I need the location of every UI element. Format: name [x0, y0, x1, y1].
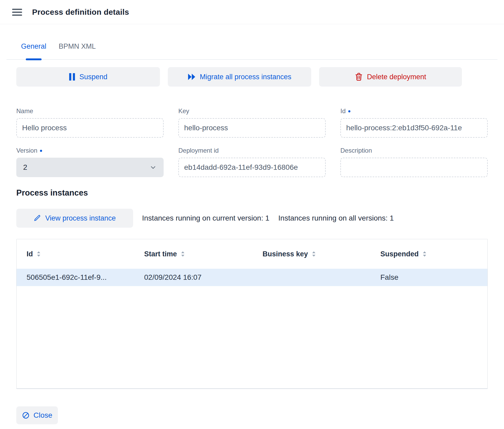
action-button-row: Suspend Migrate all process instances — [16, 67, 504, 87]
deployment-id-label: Deployment id — [178, 147, 326, 154]
deployment-id-field[interactable] — [178, 158, 326, 177]
sort-icon — [312, 251, 316, 257]
migrate-all-button-label: Migrate all process instances — [200, 73, 291, 81]
delete-deployment-button-label: Delete deployment — [367, 73, 426, 81]
view-process-instance-button[interactable]: View process instance — [16, 209, 133, 228]
process-instances-heading: Process instances — [16, 188, 504, 198]
menu-button[interactable] — [12, 8, 22, 16]
active-tab-indicator — [26, 58, 42, 60]
suspend-button[interactable]: Suspend — [16, 67, 160, 87]
column-header-business-key[interactable]: Business key — [253, 250, 370, 258]
id-label: Id — [340, 107, 488, 115]
sort-icon — [422, 251, 427, 257]
close-button[interactable]: Close — [16, 406, 58, 424]
page-title: Process definition details — [32, 8, 129, 17]
version-field-group: Version 2 — [16, 147, 164, 177]
suspend-button-label: Suspend — [79, 73, 108, 81]
name-field[interactable] — [16, 118, 164, 138]
process-definition-details-page: Process definition details General BPMN … — [0, 0, 504, 424]
instances-current-version-count: Instances running on current version: 1 — [142, 214, 269, 222]
top-bar: Process definition details — [0, 0, 504, 24]
description-field-group: Description — [340, 147, 488, 177]
sort-icon — [181, 251, 185, 257]
tab-bar: General BPMN XML — [7, 24, 497, 60]
tab-bpmn-xml[interactable]: BPMN XML — [59, 42, 96, 59]
required-indicator — [40, 150, 42, 152]
description-field[interactable] — [340, 158, 488, 177]
table-row[interactable]: 506505e1-692c-11ef-9... 02/09/2024 16:07… — [17, 269, 487, 286]
tab-general[interactable]: General — [21, 42, 46, 59]
instances-all-versions-count: Instances running on all versions: 1 — [278, 214, 394, 222]
version-label: Version — [16, 147, 164, 154]
cell-suspended: False — [370, 273, 487, 282]
description-label: Description — [340, 147, 488, 154]
cell-start-time: 02/09/2024 16:07 — [134, 273, 253, 282]
required-indicator — [348, 110, 350, 112]
fast-forward-icon — [188, 73, 195, 81]
chevron-down-icon — [149, 164, 157, 171]
id-field-group: Id — [340, 107, 488, 138]
view-process-instance-label: View process instance — [45, 214, 116, 222]
key-field[interactable] — [178, 118, 326, 138]
table-header-row: Id Start time Business k — [17, 239, 487, 269]
id-field[interactable] — [340, 118, 488, 138]
close-button-label: Close — [33, 411, 52, 420]
trash-icon — [355, 73, 363, 81]
definition-fields: Name Key Id Version 2 — [16, 107, 488, 177]
tab-general-label: General — [21, 42, 46, 50]
process-instances-toolbar: View process instance Instances running … — [16, 209, 504, 228]
column-header-start-time[interactable]: Start time — [134, 250, 253, 258]
column-header-suspended[interactable]: Suspended — [370, 250, 487, 258]
process-instances-table: Id Start time Business k — [16, 239, 488, 389]
slash-circle-icon — [22, 411, 30, 419]
delete-deployment-button[interactable]: Delete deployment — [319, 67, 462, 87]
key-field-group: Key — [178, 107, 326, 138]
name-label: Name — [16, 107, 164, 115]
migrate-all-button[interactable]: Migrate all process instances — [168, 67, 311, 87]
cell-id: 506505e1-692c-11ef-9... — [17, 273, 134, 282]
pencil-icon — [34, 214, 41, 222]
version-select[interactable]: 2 — [16, 158, 164, 177]
deployment-id-field-group: Deployment id — [178, 147, 326, 177]
column-header-id[interactable]: Id — [17, 250, 134, 258]
key-label: Key — [178, 107, 326, 115]
hamburger-icon — [12, 8, 22, 16]
name-field-group: Name — [16, 107, 164, 138]
pause-icon — [69, 73, 75, 81]
version-select-value: 2 — [23, 163, 27, 172]
tab-bpmn-xml-label: BPMN XML — [59, 42, 96, 50]
sort-icon — [37, 251, 41, 257]
